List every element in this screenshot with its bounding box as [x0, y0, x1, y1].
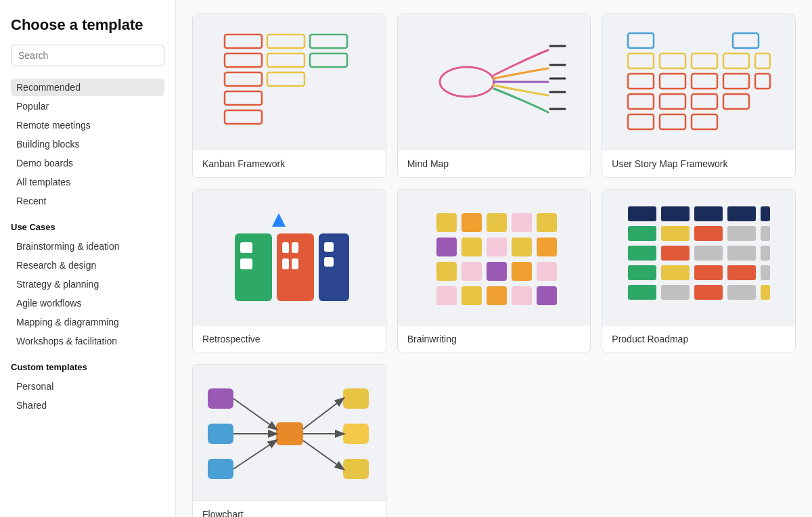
- svg-rect-37: [240, 242, 252, 253]
- sidebar-item-demo-boards[interactable]: Demo boards: [11, 154, 164, 172]
- sidebar-item-recent[interactable]: Recent: [11, 192, 164, 210]
- svg-rect-32: [628, 114, 654, 129]
- svg-rect-46: [324, 257, 334, 267]
- svg-rect-92: [208, 388, 233, 409]
- svg-rect-67: [628, 206, 656, 221]
- svg-rect-22: [755, 53, 770, 68]
- card-preview-kanban: [193, 14, 386, 150]
- svg-rect-98: [343, 459, 369, 479]
- roadmap-icon: [625, 203, 773, 311]
- page-title: Choose a template: [11, 16, 164, 34]
- template-card-brainwriting[interactable]: Brainwriting: [397, 189, 591, 353]
- template-card-flowchart[interactable]: Flowchart: [192, 364, 386, 517]
- sidebar-item-strategy[interactable]: Strategy & planning: [11, 275, 164, 293]
- card-label-roadmap: Product Roadmap: [602, 325, 795, 353]
- svg-rect-19: [660, 53, 685, 68]
- template-card-userstory[interactable]: User Story Map Framework: [602, 14, 796, 178]
- svg-rect-72: [628, 226, 656, 241]
- svg-rect-66: [537, 286, 557, 305]
- svg-rect-80: [727, 246, 756, 261]
- mindmap-icon: [420, 31, 568, 133]
- sidebar-item-workshops[interactable]: Workshops & facilitation: [11, 332, 164, 350]
- search-input[interactable]: [11, 45, 164, 66]
- svg-rect-70: [727, 206, 756, 221]
- svg-rect-73: [661, 226, 690, 241]
- svg-rect-89: [694, 285, 723, 300]
- card-preview-flowchart: [193, 365, 386, 500]
- card-label-flowchart: Flowchart: [193, 500, 386, 517]
- svg-rect-47: [436, 213, 457, 232]
- svg-line-102: [303, 399, 343, 429]
- sidebar-item-all-templates[interactable]: All templates: [11, 173, 164, 191]
- template-grid: Kanban Framework: [192, 14, 796, 517]
- svg-rect-82: [628, 265, 656, 280]
- svg-rect-95: [276, 422, 303, 445]
- svg-rect-27: [755, 74, 770, 89]
- svg-rect-61: [537, 262, 557, 281]
- retrospective-icon: [221, 203, 357, 311]
- svg-rect-64: [487, 286, 507, 305]
- svg-rect-71: [761, 206, 770, 221]
- svg-rect-26: [723, 74, 749, 89]
- svg-rect-16: [628, 33, 654, 48]
- sidebar-item-mapping[interactable]: Mapping & diagramming: [11, 313, 164, 331]
- svg-rect-85: [727, 265, 756, 280]
- sidebar-item-brainstorming[interactable]: Brainstorming & ideation: [11, 238, 164, 255]
- custom-list: Personal Shared: [11, 378, 164, 414]
- sidebar-item-personal[interactable]: Personal: [11, 378, 164, 395]
- svg-rect-75: [727, 226, 756, 241]
- svg-rect-2: [310, 35, 347, 48]
- svg-rect-48: [461, 213, 482, 232]
- svg-rect-59: [487, 262, 507, 281]
- svg-rect-58: [461, 262, 482, 281]
- svg-rect-79: [694, 246, 723, 261]
- sidebar-item-remote-meetings[interactable]: Remote meetings: [11, 116, 164, 134]
- svg-rect-7: [267, 72, 304, 86]
- template-card-retrospective[interactable]: Retrospective: [192, 189, 386, 353]
- svg-rect-90: [727, 285, 756, 300]
- svg-rect-20: [692, 53, 717, 68]
- svg-rect-55: [512, 238, 532, 256]
- svg-rect-83: [661, 265, 690, 280]
- template-card-roadmap[interactable]: Product Roadmap: [602, 189, 796, 353]
- svg-rect-4: [267, 53, 304, 67]
- card-preview-userstory: [602, 14, 795, 150]
- svg-rect-6: [225, 72, 262, 86]
- card-label-kanban: Kanban Framework: [193, 150, 386, 177]
- svg-rect-87: [628, 285, 656, 300]
- card-label-retrospective: Retrospective: [193, 325, 386, 353]
- svg-line-104: [303, 441, 343, 469]
- sidebar-item-shared[interactable]: Shared: [11, 397, 164, 414]
- custom-templates-label: Custom templates: [11, 362, 164, 372]
- template-card-kanban[interactable]: Kanban Framework: [192, 14, 386, 178]
- kanban-icon: [221, 31, 357, 133]
- svg-marker-35: [272, 213, 286, 227]
- sidebar-item-building-blocks[interactable]: Building blocks: [11, 135, 164, 153]
- svg-rect-23: [628, 74, 654, 89]
- card-label-userstory: User Story Map Framework: [602, 150, 795, 177]
- card-preview-retrospective: [193, 189, 386, 325]
- sidebar-item-recommended[interactable]: Recommended: [11, 78, 164, 96]
- sidebar-item-agile[interactable]: Agile workflows: [11, 294, 164, 312]
- svg-rect-50: [512, 213, 532, 232]
- svg-rect-88: [661, 285, 690, 300]
- template-card-mindmap[interactable]: Mind Map: [397, 14, 591, 178]
- svg-rect-49: [487, 213, 507, 232]
- card-preview-roadmap: [602, 189, 795, 325]
- sidebar-item-research[interactable]: Research & design: [11, 256, 164, 274]
- svg-rect-81: [761, 246, 770, 261]
- svg-rect-17: [733, 33, 759, 48]
- svg-rect-34: [692, 114, 717, 129]
- svg-rect-33: [660, 114, 685, 129]
- svg-rect-84: [694, 265, 723, 280]
- svg-rect-69: [694, 206, 723, 221]
- sidebar-item-popular[interactable]: Popular: [11, 97, 164, 115]
- svg-rect-40: [282, 242, 289, 253]
- svg-rect-62: [436, 286, 457, 305]
- svg-rect-38: [240, 258, 252, 269]
- svg-rect-51: [537, 213, 557, 232]
- svg-rect-42: [282, 258, 289, 269]
- userstory-icon: [625, 28, 773, 136]
- svg-rect-76: [761, 226, 770, 241]
- svg-rect-28: [628, 94, 654, 109]
